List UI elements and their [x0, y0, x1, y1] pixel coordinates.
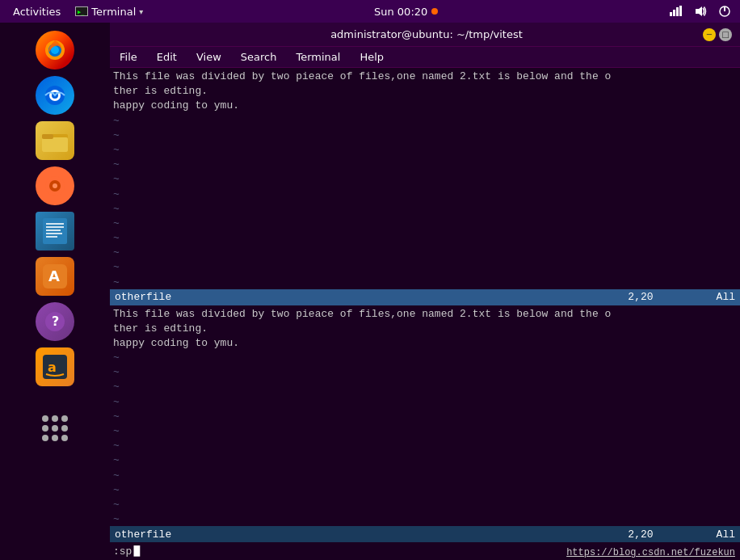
sidebar-item-sound[interactable]	[36, 166, 74, 205]
vim-pos-bottom: 2,20 All	[628, 528, 735, 541]
vim-filename-bottom: otherfile	[115, 528, 171, 541]
svg-rect-2	[670, 12, 672, 16]
notification-dot	[431, 8, 438, 15]
svg-rect-17	[42, 134, 53, 139]
maximize-button[interactable]: □	[719, 28, 732, 41]
vim-pane-top[interactable]: This file was divided by two pieace of f…	[110, 68, 740, 305]
terminal-small-icon: ▶_	[75, 6, 88, 16]
top-panel-right	[669, 5, 732, 18]
menu-search[interactable]: Search	[238, 49, 280, 65]
svg-rect-16	[42, 137, 68, 152]
vim-statusbar-bottom: otherfile 2,20 All	[110, 526, 740, 542]
svg-point-20	[53, 183, 57, 188]
volume-icon[interactable]	[693, 5, 708, 18]
top-panel-center: Sun 00:20	[374, 6, 438, 18]
terminal-title: administrator@ubuntu: ~/tmp/vitest	[150, 28, 703, 40]
grid-dot	[61, 435, 68, 441]
minimize-button[interactable]: −	[703, 28, 716, 41]
menu-help[interactable]: Help	[356, 49, 387, 65]
clock: Sun 00:20	[374, 6, 427, 18]
svg-text:A: A	[48, 267, 60, 284]
dropdown-arrow: ▾	[139, 7, 143, 16]
status-url: https://blog.csdn.net/fuzekun	[561, 545, 740, 560]
sidebar: A ? a	[0, 23, 110, 560]
vim-cmdline[interactable]: :sp █ https://blog.csdn.net/fuzekun	[110, 542, 740, 560]
svg-rect-26	[46, 236, 57, 238]
grid-dot	[61, 425, 68, 432]
menu-view[interactable]: View	[193, 49, 225, 65]
grid-dot	[42, 425, 48, 432]
menu-terminal[interactable]: Terminal	[292, 49, 343, 65]
terminal-controls: − □	[703, 28, 732, 41]
svg-rect-24	[46, 229, 61, 231]
vim-pane-bottom[interactable]: This file was divided by two pieace of f…	[110, 305, 740, 543]
sidebar-item-thunderbird[interactable]	[36, 76, 74, 115]
svg-rect-5	[679, 6, 682, 16]
sidebar-item-appstore[interactable]: A	[36, 257, 74, 296]
menu-file[interactable]: File	[116, 49, 141, 65]
sidebar-item-files[interactable]	[36, 121, 74, 160]
grid-dot	[61, 415, 68, 422]
terminal-window: administrator@ubuntu: ~/tmp/vitest − □ F…	[110, 23, 740, 560]
svg-marker-6	[696, 6, 702, 16]
vim-cursor: █	[133, 545, 140, 558]
top-panel-left: Activities ▶_ Terminal ▾	[8, 4, 143, 19]
apps-grid-dots	[42, 415, 68, 441]
vim-content-bottom[interactable]: This file was divided by two pieace of f…	[110, 305, 740, 527]
terminal-label: Terminal	[91, 6, 136, 18]
vim-cmd-text: :sp	[113, 545, 132, 558]
terminal-indicator[interactable]: ▶_ Terminal ▾	[75, 6, 143, 18]
svg-rect-25	[46, 233, 62, 234]
svg-rect-3	[673, 10, 675, 16]
vim-statusbar-top: otherfile 2,20 All	[110, 289, 740, 305]
vim-pos-top: 2,20 All	[628, 291, 735, 303]
top-panel: Activities ▶_ Terminal ▾ Sun 00:20	[0, 0, 740, 23]
network-icon[interactable]	[669, 5, 683, 18]
svg-text:▶_: ▶_	[78, 9, 85, 15]
grid-dot	[42, 415, 48, 422]
sidebar-item-firefox[interactable]	[36, 31, 74, 69]
svg-text:?: ?	[52, 314, 59, 329]
grid-dot	[42, 435, 48, 441]
svg-rect-22	[46, 223, 64, 225]
vim-content-top[interactable]: This file was divided by two pieace of f…	[110, 68, 740, 289]
svg-rect-4	[676, 7, 679, 16]
menu-edit[interactable]: Edit	[153, 49, 180, 65]
desktop: Activities ▶_ Terminal ▾ Sun 00:20	[0, 0, 740, 560]
activities-button[interactable]: Activities	[8, 4, 65, 19]
grid-dot	[52, 415, 58, 422]
vim-filename-top: otherfile	[115, 291, 171, 303]
svg-text:a: a	[48, 360, 57, 375]
sidebar-item-amazon[interactable]: a	[36, 347, 74, 386]
grid-dot	[52, 435, 58, 441]
sidebar-item-writer[interactable]	[36, 212, 74, 251]
vim-container[interactable]: This file was divided by two pieace of f…	[110, 68, 740, 560]
power-icon[interactable]	[717, 5, 732, 18]
svg-rect-23	[46, 226, 64, 228]
terminal-titlebar: administrator@ubuntu: ~/tmp/vitest − □	[110, 23, 740, 47]
grid-dot	[52, 425, 58, 432]
sidebar-item-apps-grid[interactable]	[36, 409, 74, 448]
terminal-menubar: File Edit View Search Terminal Help	[110, 47, 740, 68]
sidebar-item-help[interactable]: ?	[36, 302, 74, 341]
